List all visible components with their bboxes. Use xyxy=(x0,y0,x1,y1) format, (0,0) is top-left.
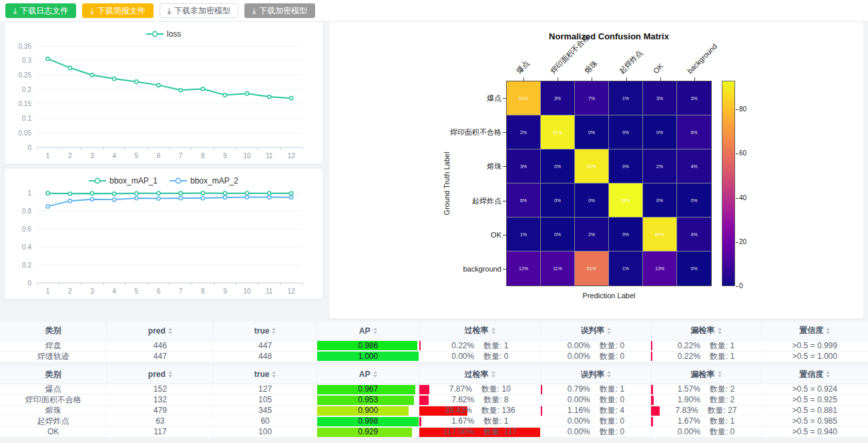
true-cell: 448 xyxy=(214,351,317,362)
column-header-label: pred xyxy=(148,370,166,379)
rate-count: 数量: 2 xyxy=(710,384,734,394)
colorbar-tick-label: 60 xyxy=(739,149,746,157)
matrix-cell: 81% xyxy=(507,81,541,115)
data-point[interactable] xyxy=(46,57,49,61)
axis-tick xyxy=(503,132,506,133)
data-point[interactable] xyxy=(290,195,293,199)
legend-item-loss[interactable]: loss xyxy=(146,29,181,39)
data-point[interactable] xyxy=(46,205,49,208)
data-point[interactable] xyxy=(201,191,204,195)
download-encrypted-model-button[interactable]: ⤓ 下载加密模型 xyxy=(244,3,315,18)
sort-carets-icon[interactable] xyxy=(826,328,830,334)
legend-item-bbox_mAP_2[interactable]: bbox_mAP_2 xyxy=(170,176,238,185)
column-header-label: true xyxy=(254,370,270,379)
sort-carets-icon[interactable] xyxy=(373,371,377,378)
matrix-cell: 0% xyxy=(541,183,575,217)
data-point[interactable] xyxy=(268,191,271,195)
data-point[interactable] xyxy=(245,195,248,199)
matrix-cell: 2% xyxy=(643,149,677,183)
column-header-overdetect[interactable]: 过检率 xyxy=(419,366,541,384)
data-point[interactable] xyxy=(90,73,93,77)
sort-carets-icon[interactable] xyxy=(272,371,276,378)
data-point[interactable] xyxy=(179,88,182,91)
rate-count: 数量: 1 xyxy=(600,384,624,394)
download-report-button[interactable]: ⤓ 下载简报文件 xyxy=(82,3,153,18)
data-point[interactable] xyxy=(179,196,182,199)
rate-count: 数量: 1 xyxy=(710,341,734,351)
data-point[interactable] xyxy=(90,197,93,201)
data-point[interactable] xyxy=(135,197,138,200)
data-point[interactable] xyxy=(112,198,116,201)
data-point[interactable] xyxy=(135,191,138,195)
column-header-confidence[interactable]: 置信度 xyxy=(761,322,868,340)
sort-carets-icon[interactable] xyxy=(718,371,722,378)
rate-percent: 7.83% xyxy=(675,406,698,416)
data-point[interactable] xyxy=(157,83,160,87)
data-point[interactable] xyxy=(68,199,71,203)
sort-carets-icon[interactable] xyxy=(826,371,830,378)
data-point[interactable] xyxy=(290,191,293,195)
rate-bar xyxy=(541,385,542,394)
data-point[interactable] xyxy=(68,192,71,195)
sort-carets-icon[interactable] xyxy=(718,328,722,334)
true-cell: 447 xyxy=(214,340,317,351)
rate-percent: 1.67% xyxy=(451,416,474,426)
misjudge-rate-cell: 1.16%数量: 4 xyxy=(541,406,651,416)
download-log-button[interactable]: ⤓ 下载日志文件 xyxy=(5,3,76,18)
sort-carets-icon[interactable] xyxy=(607,328,611,334)
data-point[interactable] xyxy=(46,191,49,195)
sort-carets-icon[interactable] xyxy=(168,328,172,334)
colorbar-tick-label: 20 xyxy=(739,238,746,246)
table-row: 熔珠4793450.90039.42%数量: 1361.16%数量: 47.83… xyxy=(0,406,868,416)
column-header-confidence[interactable]: 置信度 xyxy=(761,366,868,384)
column-header-pred[interactable]: pred xyxy=(107,366,214,384)
data-point[interactable] xyxy=(112,192,116,195)
data-point[interactable] xyxy=(157,197,160,200)
column-header-true[interactable]: true xyxy=(214,322,317,340)
data-point[interactable] xyxy=(268,195,271,199)
rate-bar xyxy=(419,341,421,350)
sort-carets-icon[interactable] xyxy=(607,371,611,378)
data-point[interactable] xyxy=(201,87,204,91)
legend-item-bbox_mAP_1[interactable]: bbox_mAP_1 xyxy=(89,176,158,185)
column-header-misjudge[interactable]: 误判率 xyxy=(541,322,651,340)
data-point[interactable] xyxy=(245,92,248,95)
column-header-miss[interactable]: 漏检率 xyxy=(651,322,761,340)
rate-percent: 39.42% xyxy=(445,406,472,416)
column-header-ap[interactable]: AP xyxy=(316,322,419,340)
sort-carets-icon[interactable] xyxy=(491,328,495,334)
sort-carets-icon[interactable] xyxy=(168,371,172,378)
data-point[interactable] xyxy=(90,191,93,195)
overdetect-rate-cell: 39.42%数量: 136 xyxy=(419,406,541,416)
x-tick-label: 7 xyxy=(179,152,183,159)
data-point[interactable] xyxy=(112,77,116,80)
download-plain-model-button[interactable]: ⤓ 下载非加密模型 xyxy=(160,3,238,18)
matrix-cell: 90% xyxy=(575,149,609,183)
axis-tick xyxy=(503,166,506,167)
data-point[interactable] xyxy=(245,191,248,195)
data-point[interactable] xyxy=(201,197,204,200)
data-point[interactable] xyxy=(223,195,226,199)
sort-carets-icon[interactable] xyxy=(373,328,377,334)
column-header-misjudge[interactable]: 误判率 xyxy=(541,366,651,384)
map-chart-card: bbox_mAP_1bbox_mAP_2 00.20.40.60.8112345… xyxy=(4,168,323,300)
data-point[interactable] xyxy=(135,80,138,83)
summary-table: 类别predtrueAP过检率误判率漏检率置信度焊盘4464470.9860.2… xyxy=(0,322,868,362)
column-header-true[interactable]: true xyxy=(214,366,317,384)
column-header-pred[interactable]: pred xyxy=(107,322,214,340)
data-point[interactable] xyxy=(68,66,71,69)
data-point[interactable] xyxy=(223,93,226,97)
sort-carets-icon[interactable] xyxy=(272,328,276,334)
confidence-cell: >0.5 = 0.999 xyxy=(761,340,868,351)
data-point[interactable] xyxy=(268,95,271,98)
column-header-ap[interactable]: AP xyxy=(316,366,419,384)
sort-carets-icon[interactable] xyxy=(491,371,495,378)
data-point[interactable] xyxy=(179,191,182,195)
matrix-cell: 4% xyxy=(677,217,711,252)
data-point[interactable] xyxy=(157,191,160,195)
x-tick-label: 6 xyxy=(157,288,161,295)
data-point[interactable] xyxy=(223,191,226,195)
column-header-overdetect[interactable]: 过检率 xyxy=(419,322,541,340)
data-point[interactable] xyxy=(290,97,293,100)
column-header-miss[interactable]: 漏检率 xyxy=(651,366,761,384)
